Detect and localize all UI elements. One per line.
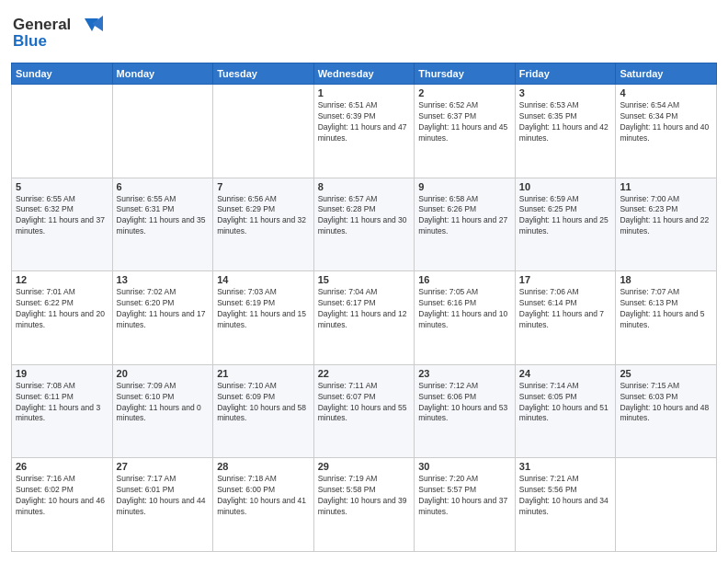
cell-info: Sunrise: 7:10 AM	[217, 381, 310, 392]
cell-info: Sunset: 6:20 PM	[117, 298, 210, 309]
cell-info: Daylight: 11 hours and 27 minutes.	[418, 215, 511, 237]
cell-info: Sunrise: 6:53 AM	[519, 100, 612, 111]
calendar-week-2: 5Sunrise: 6:55 AMSunset: 6:32 PMDaylight…	[12, 178, 717, 271]
calendar-cell: 4Sunrise: 6:54 AMSunset: 6:34 PMDaylight…	[616, 85, 717, 178]
cell-info: Sunrise: 6:58 AM	[418, 194, 511, 205]
cell-info: Sunset: 5:57 PM	[418, 485, 511, 496]
day-number: 21	[217, 368, 310, 379]
cell-info: Sunset: 6:17 PM	[318, 298, 411, 309]
cell-info: Sunrise: 7:01 AM	[16, 287, 108, 298]
day-number: 22	[318, 368, 411, 379]
cell-info: Sunrise: 6:59 AM	[519, 194, 612, 205]
cell-info: Sunset: 6:07 PM	[318, 392, 411, 403]
day-number: 8	[318, 181, 411, 192]
cell-info: Sunrise: 7:00 AM	[620, 194, 712, 205]
cell-info: Sunrise: 7:21 AM	[519, 474, 612, 485]
day-number: 10	[519, 181, 612, 192]
cell-info: Daylight: 11 hours and 45 minutes.	[418, 122, 511, 144]
cell-info: Daylight: 10 hours and 39 minutes.	[318, 496, 411, 518]
cell-info: Daylight: 11 hours and 22 minutes.	[620, 215, 712, 237]
cell-info: Sunrise: 7:02 AM	[117, 287, 210, 298]
cell-info: Sunset: 6:10 PM	[117, 392, 210, 403]
calendar-cell: 20Sunrise: 7:09 AMSunset: 6:10 PMDayligh…	[112, 364, 213, 458]
calendar-cell: 24Sunrise: 7:14 AMSunset: 6:05 PMDayligh…	[515, 364, 616, 458]
calendar-cell: 22Sunrise: 7:11 AMSunset: 6:07 PMDayligh…	[313, 364, 415, 458]
cell-info: Daylight: 11 hours and 17 minutes.	[117, 309, 210, 331]
cell-info: Sunrise: 6:52 AM	[418, 100, 511, 111]
cell-info: Sunset: 6:37 PM	[418, 111, 511, 122]
cell-info: Sunset: 6:32 PM	[16, 204, 108, 215]
cell-info: Daylight: 11 hours and 12 minutes.	[318, 309, 411, 331]
calendar-table: SundayMondayTuesdayWednesdayThursdayFrid…	[11, 63, 717, 552]
day-number: 11	[620, 181, 712, 192]
calendar-header-wednesday: Wednesday	[313, 63, 415, 85]
cell-info: Daylight: 10 hours and 34 minutes.	[519, 496, 612, 518]
day-number: 4	[620, 87, 712, 98]
cell-info: Daylight: 11 hours and 47 minutes.	[318, 122, 411, 144]
calendar-cell: 27Sunrise: 7:17 AMSunset: 6:01 PMDayligh…	[112, 458, 213, 552]
cell-info: Sunrise: 6:54 AM	[620, 100, 712, 111]
svg-marker-3	[92, 16, 103, 31]
calendar-header-row: SundayMondayTuesdayWednesdayThursdayFrid…	[12, 63, 717, 85]
calendar-cell: 8Sunrise: 6:57 AMSunset: 6:28 PMDaylight…	[313, 178, 415, 271]
calendar-header-sunday: Sunday	[12, 63, 113, 85]
cell-info: Sunset: 6:25 PM	[519, 204, 612, 215]
cell-info: Sunset: 6:06 PM	[418, 392, 511, 403]
cell-info: Sunset: 6:13 PM	[620, 298, 712, 309]
cell-info: Daylight: 11 hours and 32 minutes.	[217, 215, 310, 237]
cell-info: Daylight: 11 hours and 3 minutes.	[16, 403, 108, 425]
cell-info: Daylight: 11 hours and 30 minutes.	[318, 215, 411, 237]
cell-info: Sunset: 6:22 PM	[16, 298, 108, 309]
calendar-cell: 21Sunrise: 7:10 AMSunset: 6:09 PMDayligh…	[213, 364, 314, 458]
day-number: 18	[620, 274, 712, 285]
calendar-week-1: 1Sunrise: 6:51 AMSunset: 6:39 PMDaylight…	[12, 85, 717, 178]
calendar-header-monday: Monday	[112, 63, 213, 85]
cell-info: Sunset: 6:26 PM	[418, 204, 511, 215]
day-number: 2	[418, 87, 511, 98]
cell-info: Sunrise: 7:14 AM	[519, 381, 612, 392]
cell-info: Sunset: 6:35 PM	[519, 111, 612, 122]
cell-info: Daylight: 11 hours and 0 minutes.	[117, 403, 210, 425]
calendar-cell: 23Sunrise: 7:12 AMSunset: 6:06 PMDayligh…	[415, 364, 516, 458]
cell-info: Sunset: 6:16 PM	[418, 298, 511, 309]
day-number: 17	[519, 274, 612, 285]
day-number: 31	[519, 461, 612, 472]
day-number: 14	[217, 274, 310, 285]
calendar-cell: 16Sunrise: 7:05 AMSunset: 6:16 PMDayligh…	[415, 271, 516, 365]
calendar-cell	[616, 458, 717, 552]
day-number: 1	[318, 87, 411, 98]
cell-info: Sunset: 6:00 PM	[217, 485, 310, 496]
cell-info: Daylight: 11 hours and 20 minutes.	[16, 309, 108, 331]
cell-info: Sunset: 6:01 PM	[117, 485, 210, 496]
cell-info: Sunset: 6:28 PM	[318, 204, 411, 215]
calendar-cell	[12, 85, 113, 178]
calendar-cell: 29Sunrise: 7:19 AMSunset: 5:58 PMDayligh…	[313, 458, 415, 552]
calendar-cell: 26Sunrise: 7:16 AMSunset: 6:02 PMDayligh…	[12, 458, 113, 552]
calendar-cell: 14Sunrise: 7:03 AMSunset: 6:19 PMDayligh…	[213, 271, 314, 365]
calendar-cell: 9Sunrise: 6:58 AMSunset: 6:26 PMDaylight…	[415, 178, 516, 271]
cell-info: Sunrise: 7:17 AM	[117, 474, 210, 485]
cell-info: Sunrise: 7:08 AM	[16, 381, 108, 392]
day-number: 24	[519, 368, 612, 379]
day-number: 13	[117, 274, 210, 285]
cell-info: Sunset: 6:23 PM	[620, 204, 712, 215]
cell-info: Sunset: 6:03 PM	[620, 392, 712, 403]
day-number: 15	[318, 274, 411, 285]
cell-info: Sunrise: 7:11 AM	[318, 381, 411, 392]
calendar-week-3: 12Sunrise: 7:01 AMSunset: 6:22 PMDayligh…	[12, 271, 717, 365]
cell-info: Daylight: 11 hours and 37 minutes.	[16, 215, 108, 237]
svg-text:Blue: Blue	[13, 32, 47, 50]
cell-info: Sunrise: 7:15 AM	[620, 381, 712, 392]
cell-info: Daylight: 11 hours and 15 minutes.	[217, 309, 310, 331]
logo-icon: General Blue	[11, 11, 112, 52]
day-number: 6	[117, 181, 210, 192]
cell-info: Daylight: 10 hours and 37 minutes.	[418, 496, 511, 518]
cell-info: Sunrise: 6:55 AM	[117, 194, 210, 205]
cell-info: Sunset: 6:02 PM	[16, 485, 108, 496]
calendar-week-4: 19Sunrise: 7:08 AMSunset: 6:11 PMDayligh…	[12, 364, 717, 458]
day-number: 23	[418, 368, 511, 379]
calendar-cell: 10Sunrise: 6:59 AMSunset: 6:25 PMDayligh…	[515, 178, 616, 271]
cell-info: Daylight: 10 hours and 46 minutes.	[16, 496, 108, 518]
cell-info: Sunset: 6:39 PM	[318, 111, 411, 122]
cell-info: Sunrise: 7:03 AM	[217, 287, 310, 298]
